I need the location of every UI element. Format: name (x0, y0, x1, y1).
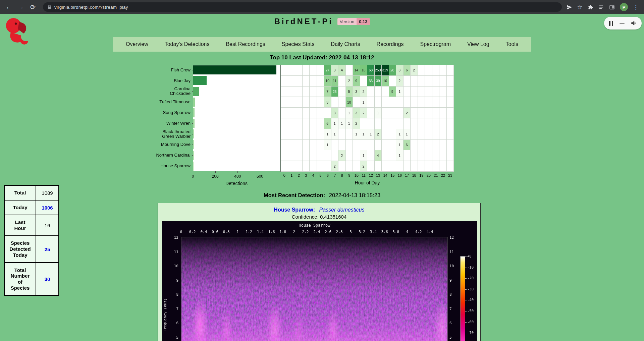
profile-avatar[interactable]: P (620, 3, 628, 11)
heatmap-cell (382, 87, 389, 97)
heatmap-cell (303, 108, 310, 118)
heatmap-cell: 1 (331, 129, 339, 140)
heatmap-cell (303, 129, 310, 140)
heatmap-cell (439, 118, 447, 129)
heatmap-cell: 319 (382, 65, 389, 76)
heatmap-cell: 9 (353, 76, 360, 87)
heatmap-cell (331, 140, 339, 151)
browser-menu-icon[interactable]: ⋮ (633, 4, 639, 11)
heatmap-cell (303, 65, 310, 76)
heatmap-cell (281, 87, 288, 97)
bar-tick (193, 171, 193, 173)
nav-item-tools[interactable]: Tools (506, 41, 518, 47)
bookmark-star-icon[interactable]: ☆ (577, 3, 583, 11)
heatmap-cell (425, 108, 432, 118)
heatmap-cell: 1 (396, 140, 404, 151)
bar-tick-label: 600 (257, 174, 263, 179)
heatmap-cell (432, 97, 440, 108)
send-icon[interactable] (567, 4, 572, 10)
hour-tick-label: 7 (334, 173, 336, 177)
nav-item-view-log[interactable]: View Log (467, 41, 489, 47)
nav-item-today-s-detections[interactable]: Today's Detections (165, 41, 210, 47)
heatmap-cell: 1 (324, 129, 331, 140)
species-label: House Sparrow (154, 161, 191, 171)
heatmap-cell (295, 129, 303, 140)
stats-value[interactable]: 30 (36, 263, 59, 295)
hour-tick-label: 12 (369, 173, 373, 177)
heatmap-cell: 36 (367, 76, 375, 87)
nav-item-species-stats[interactable]: Species Stats (282, 41, 315, 47)
heatmap-cell (418, 150, 425, 161)
nav-item-spectrogram[interactable]: Spectrogram (420, 41, 451, 47)
species-bar (193, 65, 276, 74)
address-bar[interactable]: virginia.birdnetpi.com/?stream=play (43, 2, 562, 12)
detection-scientific-name: Passer domesticus (319, 207, 364, 213)
heatmap-cell (447, 118, 454, 129)
heatmap-cell: 28 (389, 65, 396, 76)
forward-icon[interactable]: → (15, 2, 26, 12)
heatmap-cell (295, 65, 303, 76)
spec-y-tick: 11 (449, 250, 454, 254)
colorbar-tick-label: +0 (467, 254, 472, 258)
heatmap-cell (310, 76, 317, 87)
heatmap-cell (303, 150, 310, 161)
nav-item-overview[interactable]: Overview (126, 41, 148, 47)
audio-seek-slider[interactable] (620, 23, 625, 24)
heatmap-cell (303, 97, 310, 108)
heatmap-cell (375, 97, 382, 108)
colorbar-tick-label: -60 (467, 320, 474, 324)
back-icon[interactable]: ← (3, 2, 14, 12)
audio-player[interactable] (604, 17, 642, 30)
heatmap-cell (447, 140, 454, 151)
nav-item-best-recordings[interactable]: Best Recordings (226, 41, 265, 47)
heatmap-cell (295, 140, 303, 151)
heatmap-cell (432, 161, 440, 172)
reload-icon[interactable]: ⟳ (28, 2, 38, 12)
toolbar-actions: ☆ P ⋮ (567, 3, 641, 11)
colorbar-tick-label: -30 (467, 287, 474, 291)
heatmap-cell: 2 (411, 65, 418, 76)
nav-item-recordings[interactable]: Recordings (377, 41, 404, 47)
heatmap-cell (288, 129, 296, 140)
heatmap-cell (281, 97, 288, 108)
stats-label: Last Hour (4, 215, 36, 236)
side-panel-icon[interactable] (609, 4, 615, 10)
hour-tick-label: 10 (355, 173, 359, 177)
page-title: BirdNET-Pi (274, 17, 333, 26)
extensions-puzzle-icon[interactable] (588, 4, 593, 10)
spec-x-tick: 0.2 (189, 230, 196, 234)
heatmap-cell (288, 118, 296, 129)
heatmap-cell (404, 97, 411, 108)
heatmap-cell (411, 140, 418, 151)
heatmap-cell (317, 118, 324, 129)
reading-list-icon[interactable] (598, 4, 604, 10)
heatmap-cell (411, 76, 418, 87)
heatmap-cell (439, 129, 447, 140)
spec-x-tick: 4.4 (426, 230, 433, 234)
spec-x-tick: 0 (180, 230, 182, 234)
spec-x-tick: 3.2 (359, 230, 365, 234)
heatmap-cell (281, 150, 288, 161)
heatmap-cell (425, 65, 432, 76)
nav-item-daily-charts[interactable]: Daily Charts (331, 41, 360, 47)
detection-species-link[interactable]: House Sparrow: (274, 207, 315, 213)
heatmap-cell (389, 76, 396, 87)
hour-tick-label: 13 (376, 173, 380, 177)
heatmap-cell (281, 140, 288, 151)
heatmap-cell (310, 140, 317, 151)
heatmap-cell (288, 150, 296, 161)
stats-value[interactable]: 25 (36, 236, 59, 263)
stats-value[interactable]: 1006 (36, 200, 59, 215)
stats-label: Today (4, 200, 36, 215)
spec-x-tick: 4.2 (415, 230, 422, 234)
bar-tick (260, 171, 260, 173)
heatmap-cell: 10 (346, 97, 353, 108)
heatmap-cell (425, 87, 432, 97)
heatmap-cell (404, 150, 411, 161)
species-label: Northern Cardinal (154, 150, 191, 161)
recent-detection-value: 2022-04-13 18:15:23 (329, 192, 380, 198)
url-text[interactable]: virginia.birdnetpi.com/?stream=play (54, 5, 128, 10)
bar-tick-label: 0 (192, 174, 194, 179)
pause-button[interactable] (609, 21, 613, 26)
volume-icon[interactable] (631, 20, 637, 26)
